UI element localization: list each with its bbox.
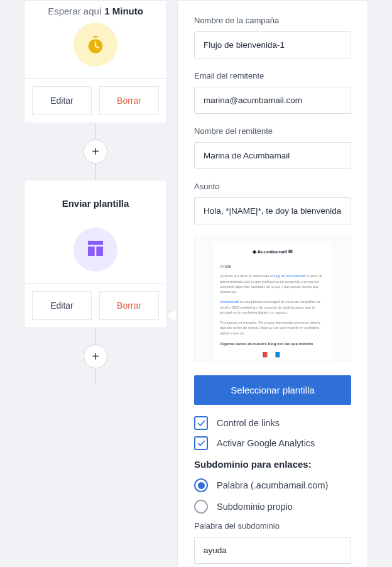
svg-rect-3 xyxy=(88,246,95,256)
ga-checkbox[interactable] xyxy=(194,436,208,450)
link-control-row: Control de links xyxy=(194,416,351,430)
link-control-checkbox[interactable] xyxy=(194,416,208,430)
preview-hello: ¡Hola! xyxy=(220,263,325,270)
connector: + xyxy=(24,328,167,385)
subject-input[interactable] xyxy=(194,197,351,224)
svg-rect-4 xyxy=(96,246,103,256)
preview-logo: ◆ Acumbamail ✉ xyxy=(220,248,325,256)
send-step-title: Enviar plantilla xyxy=(24,198,166,209)
preview-content: ◆ Acumbamail ✉ ¡Hola! ¡Gracias por darte… xyxy=(214,243,332,361)
edit-button[interactable]: Editar xyxy=(32,291,92,320)
wait-actions: Editar Borrar xyxy=(24,78,166,123)
preview-icons: 📕 📘 xyxy=(220,351,325,360)
send-template-card[interactable]: Enviar plantilla Editar Borrar xyxy=(24,180,167,328)
radio-word-label: Palabra (.acumbamail.com) xyxy=(217,480,328,490)
radio-word[interactable] xyxy=(194,478,208,492)
add-step-button[interactable]: + xyxy=(84,344,107,368)
workflow-column: Esperar aquí 1 Minuto Editar Borrar + En… xyxy=(24,0,167,385)
preview-p1: ¡Gracias por darte la bienvenida al blog… xyxy=(220,273,325,294)
svg-rect-2 xyxy=(88,241,103,245)
sender-name-label: Nombre del remitente xyxy=(194,126,351,136)
radio-own[interactable] xyxy=(194,500,208,514)
edit-button[interactable]: Editar xyxy=(32,86,92,115)
radio-dot-icon xyxy=(198,482,205,489)
add-step-button[interactable]: + xyxy=(84,140,107,163)
properties-panel: Nombre de la campaña Email del remitente… xyxy=(177,0,368,567)
preview-p3: Te dejamos ya tranquilo. Pero como bienv… xyxy=(220,320,325,336)
campaign-name-input[interactable] xyxy=(194,31,351,58)
campaign-name-label: Nombre de la campaña xyxy=(194,16,351,25)
wait-prefix: Esperar aquí xyxy=(48,6,102,16)
delete-button[interactable]: Borrar xyxy=(99,86,159,115)
wait-step-card: Esperar aquí 1 Minuto Editar Borrar xyxy=(24,0,167,123)
template-preview: ◆ Acumbamail ✉ ¡Hola! ¡Gracias por darte… xyxy=(194,236,351,361)
ga-row: Activar Google Analytics xyxy=(194,436,351,450)
radio-word-row: Palabra (.acumbamail.com) xyxy=(194,478,351,492)
ga-label: Activar Google Analytics xyxy=(217,438,315,448)
select-template-button[interactable]: Seleccionar plantilla xyxy=(194,375,351,405)
send-actions: Editar Borrar xyxy=(24,283,166,328)
connector: + xyxy=(24,123,167,180)
preview-highlight: Algunas series de nuestro blog con las q… xyxy=(220,341,325,347)
subdomain-heading: Subdominio para enlaces: xyxy=(194,459,351,470)
wait-duration: 1 Minuto xyxy=(104,6,143,16)
preview-p2: Acumbamail es una plataforma integral de… xyxy=(220,299,325,315)
subdomain-word-input[interactable] xyxy=(194,537,351,564)
subject-label: Asunto xyxy=(194,182,351,191)
subdomain-word-label: Palabra del subdominio xyxy=(194,521,351,531)
panel-pointer xyxy=(167,309,176,322)
sender-name-input[interactable] xyxy=(194,142,351,169)
radio-own-label: Subdominio propio xyxy=(217,502,293,512)
link-control-label: Control de links xyxy=(217,418,280,428)
svg-rect-0 xyxy=(93,36,98,38)
radio-own-row: Subdominio propio xyxy=(194,500,351,514)
sender-email-input[interactable] xyxy=(194,87,351,114)
sender-email-label: Email del remitente xyxy=(194,71,351,80)
wait-step-title: Esperar aquí 1 Minuto xyxy=(24,6,166,16)
delete-button[interactable]: Borrar xyxy=(99,291,159,320)
stopwatch-icon xyxy=(74,23,117,67)
template-icon xyxy=(74,228,117,272)
